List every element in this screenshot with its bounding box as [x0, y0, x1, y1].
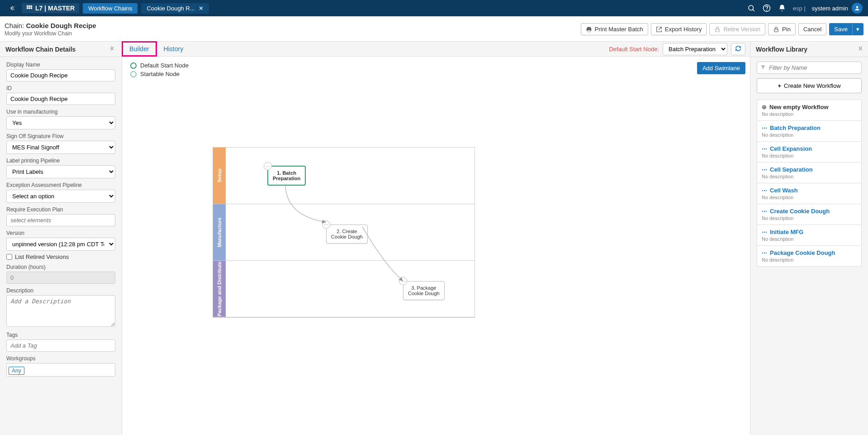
node-package-cookie-dough[interactable]: ⋯ 3. Package Cookie Dough [403, 281, 445, 300]
search-button[interactable] [747, 4, 756, 13]
version-select[interactable]: unpinned version (12:28 pm CDT To... [6, 238, 115, 251]
print-label: Print Master Batch [595, 26, 643, 33]
exception-pipeline-label: Exception Assessment Pipeline [6, 182, 115, 188]
back-button[interactable] [5, 2, 18, 14]
legend-default-label: Default Start Node [140, 62, 189, 69]
center-panel: Builder History Default Start Node: Batc… [122, 42, 750, 435]
svg-rect-11 [587, 27, 591, 28]
list-item[interactable]: ⋯Initiate MFG No description [757, 225, 862, 246]
logo: L7 | MASTER [22, 3, 79, 13]
save-dropdown-button[interactable]: ▾ [853, 23, 863, 35]
right-panel-header: Workflow Library [750, 42, 868, 57]
add-swimlane-button[interactable]: Add Swimlane [697, 62, 745, 74]
wf-item-title: Create Cookie Dough [770, 208, 830, 215]
wf-item-title: Batch Preparation [770, 124, 821, 131]
list-item[interactable]: ⊕New empty Workflow No description [757, 100, 862, 121]
display-name-input[interactable] [6, 69, 115, 81]
close-icon[interactable]: ✕ [199, 5, 204, 12]
wf-item-desc: No description [762, 132, 857, 138]
list-retired-label: List Retired Versions [15, 253, 69, 260]
chain-name: Cookie Dough Recipe [26, 22, 96, 29]
notifications-button[interactable] [778, 4, 787, 13]
drag-icon: ⋯ [762, 187, 767, 194]
create-wf-label: Create New Workflow [784, 82, 840, 89]
svg-rect-5 [31, 7, 33, 9]
node-handle-icon[interactable]: ⋯ [399, 277, 407, 285]
node-2-line1: 2. Create [337, 229, 357, 234]
use-mfg-select[interactable]: Yes [6, 116, 115, 129]
wf-item-desc: No description [762, 236, 857, 242]
signoff-select[interactable]: MES Final Signoff [6, 141, 115, 154]
svg-line-7 [753, 10, 754, 11]
collapse-right-icon[interactable] [856, 45, 863, 53]
print-master-batch-button[interactable]: Print Master Batch [581, 23, 648, 35]
left-panel-title: Workflow Chain Details [5, 46, 76, 53]
export-history-button[interactable]: Export History [651, 23, 707, 35]
default-node-icon [130, 62, 137, 69]
swimlane-container: Setup ⋯ 1. Batch Preparation Manufacture… [213, 147, 475, 318]
pin-button[interactable]: Pin [768, 23, 796, 35]
cancel-button[interactable]: Cancel [798, 23, 826, 35]
list-item[interactable]: ⋯Cell Separation No description [757, 163, 862, 183]
node-1-line2: Preparation [273, 176, 300, 181]
save-button[interactable]: Save [829, 23, 853, 35]
lock-icon [773, 26, 779, 33]
list-retired-checkbox[interactable] [6, 254, 12, 260]
save-button-group: Save ▾ [829, 23, 863, 35]
collapse-left-icon[interactable] [110, 45, 116, 53]
node-batch-preparation[interactable]: ⋯ 1. Batch Preparation [267, 166, 306, 186]
exception-pipeline-select[interactable]: Select an option [6, 190, 115, 203]
workflow-chains-pill[interactable]: Workflow Chains [83, 3, 138, 14]
description-textarea[interactable] [6, 295, 115, 327]
label-pipeline-select[interactable]: Print Labels [6, 165, 115, 178]
workgroups-input[interactable]: Any [6, 363, 115, 377]
filter-wrap [757, 62, 862, 74]
wf-item-title: Initiate MFG [770, 229, 803, 235]
retire-version-button[interactable]: Retire Version [709, 23, 765, 35]
help-button[interactable] [762, 4, 771, 13]
node-3-line1: 3. Package [411, 285, 436, 291]
node-create-cookie-dough[interactable]: ⋯ 2. Create Cookie Dough [326, 225, 368, 244]
lane-mfg-label[interactable]: Manufacture [213, 204, 226, 260]
lane-pkg-label[interactable]: Package and Distribute [213, 261, 226, 317]
workgroup-chip[interactable]: Any [9, 367, 24, 375]
default-start-select[interactable]: Batch Preparation [663, 43, 727, 55]
logo-text: L7 | MASTER [35, 5, 75, 12]
wf-item-title: Cell Expansion [770, 145, 812, 152]
svg-rect-4 [28, 7, 30, 9]
tab-builder[interactable]: Builder [122, 42, 157, 56]
breadcrumb-tab[interactable]: Cookie Dough R... ✕ [141, 3, 209, 14]
lane-setup-label[interactable]: Setup [213, 148, 226, 204]
list-item[interactable]: ⋯Package Cookie Dough No description [757, 246, 862, 267]
canvas-area[interactable]: Default Start Node Startable Node Add Sw… [122, 57, 750, 435]
drag-icon: ⋯ [762, 167, 767, 173]
plus-icon: ⊕ [762, 104, 767, 110]
main-content: Workflow Chain Details Display Name ID U… [0, 42, 868, 435]
tags-input[interactable] [6, 339, 115, 352]
tags-label: Tags [6, 332, 115, 338]
search-icon [747, 4, 755, 12]
node-3-line2: Cookie Dough [408, 291, 440, 296]
svg-point-9 [766, 10, 767, 10]
require-plan-input[interactable] [6, 214, 115, 226]
lock-icon [714, 26, 721, 33]
retire-label: Retire Version [723, 26, 760, 33]
id-input[interactable] [6, 93, 115, 105]
wf-item-desc: No description [762, 111, 857, 117]
left-panel: Workflow Chain Details Display Name ID U… [0, 42, 122, 435]
node-handle-icon[interactable]: ⋯ [264, 162, 272, 170]
user-name: system admin [812, 5, 848, 12]
refresh-button[interactable] [731, 43, 745, 55]
page-subtitle: Modify your Workflow Chain [5, 30, 96, 37]
list-item[interactable]: ⋯Create Cookie Dough No description [757, 204, 862, 225]
filter-input[interactable] [757, 62, 862, 74]
wf-item-title: Package Cookie Dough [770, 249, 835, 256]
drag-icon: ⋯ [762, 146, 767, 152]
list-item[interactable]: ⋯Cell Wash No description [757, 183, 862, 204]
list-item[interactable]: ⋯Cell Expansion No description [757, 142, 862, 163]
user-menu[interactable]: system admin [812, 3, 863, 14]
tab-history[interactable]: History [157, 42, 191, 56]
list-item[interactable]: ⋯Batch Preparation No description [757, 121, 862, 142]
node-handle-icon[interactable]: ⋯ [322, 220, 330, 229]
create-new-workflow-button[interactable]: + Create New Workflow [757, 78, 862, 93]
